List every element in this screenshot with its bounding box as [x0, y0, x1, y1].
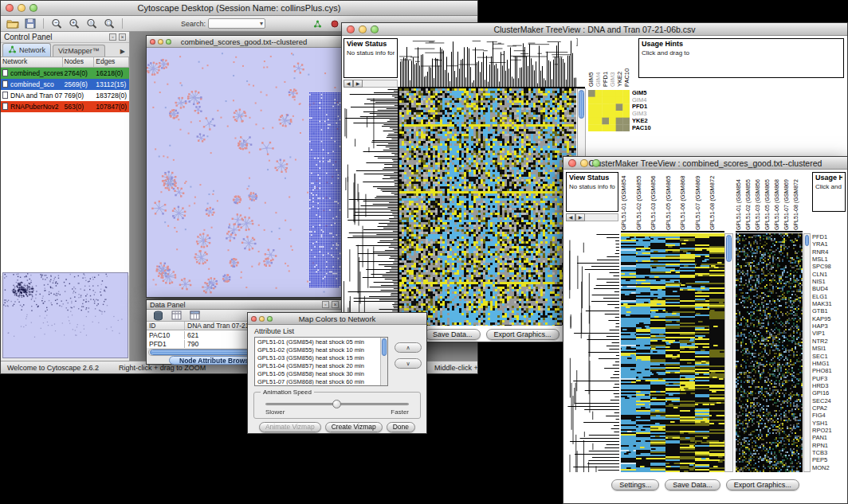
move-down-button[interactable]: ∨ — [395, 358, 422, 369]
network-row[interactable]: combined_scores2764(0)16218(0) — [1, 68, 129, 79]
column-gene-label[interactable]: GIM3 — [610, 37, 617, 87]
treeview1-titlebar[interactable]: ClusterMaker TreeView : DNA and Tran 07-… — [342, 23, 847, 36]
network-view-canvas[interactable] — [147, 48, 341, 297]
column-array-label[interactable]: GPL51-05 (GSM865 — [665, 171, 681, 230]
attribute-item[interactable]: GPL51-02 (GSM855) heat shock 10 min — [256, 346, 379, 354]
close-button[interactable] — [568, 159, 576, 167]
close-button[interactable] — [347, 25, 355, 33]
gene-label[interactable]: HAP3 — [812, 322, 847, 330]
column-array-label[interactable]: GPL51-01 (GSM854 — [621, 171, 636, 230]
move-up-button[interactable]: ∧ — [395, 342, 422, 353]
open-session-icon[interactable] — [6, 18, 20, 30]
minimize-button[interactable] — [259, 316, 265, 322]
scroll-right-icon[interactable]: ▶ — [575, 213, 585, 221]
gene-label[interactable]: PUF3 — [812, 375, 847, 382]
gene-label[interactable]: PEP5 — [812, 456, 847, 463]
gene-label[interactable]: TCB3 — [812, 449, 847, 456]
scrollbar-track[interactable] — [363, 80, 398, 88]
minimize-button[interactable] — [18, 4, 26, 12]
search-input[interactable]: ▾ — [208, 18, 265, 29]
network-view-titlebar[interactable]: combined_scores_good.txt--clustered — [147, 36, 341, 48]
close-button[interactable] — [6, 4, 14, 12]
gene-label[interactable]: SPC98 — [812, 263, 847, 270]
column-array-label[interactable]: GPL51-02 (GSM855 — [636, 171, 651, 230]
network-overview-thumbnail[interactable] — [2, 272, 128, 358]
save-data-button[interactable]: Save Data... — [665, 479, 720, 490]
gene-label[interactable]: NIS1 — [812, 278, 847, 285]
gene-label[interactable]: BUD4 — [812, 285, 847, 292]
gene-label[interactable]: FIG4 — [812, 412, 847, 419]
overview-array-label[interactable]: GPL51-08 (GSM872 — [793, 171, 803, 230]
dialog-titlebar[interactable]: Map Colors to Network — [248, 313, 426, 325]
float-panel-icon[interactable]: ▫ — [322, 301, 329, 308]
gene-label[interactable]: RPN1 — [812, 442, 847, 449]
scrollbar-thumb[interactable] — [382, 338, 387, 356]
gene-label[interactable]: MON2 — [812, 464, 847, 471]
column-gene-label[interactable]: PAC10 — [624, 37, 631, 87]
gene-label[interactable]: MSL1 — [812, 256, 847, 263]
gene-label[interactable]: YRA1 — [812, 240, 847, 248]
gene-label[interactable]: SEC24 — [812, 397, 847, 404]
gene-label[interactable]: VIP1 — [812, 330, 847, 337]
overview-array-label[interactable]: GPL51-01 (GSM854 — [736, 171, 745, 230]
gene-label[interactable]: CLN1 — [812, 271, 847, 278]
close-panel-icon[interactable]: × — [332, 301, 339, 308]
row-gene-label[interactable]: PAC10 — [632, 125, 661, 132]
column-header-edges[interactable]: Edges — [94, 57, 129, 67]
attribute-table-icon[interactable] — [169, 309, 183, 322]
zoom-fit-icon[interactable]: □ — [102, 18, 116, 30]
gene-label[interactable]: YSH1 — [812, 420, 847, 427]
tab-network[interactable]: Network — [2, 43, 51, 57]
gene-label[interactable]: PHO81 — [812, 367, 847, 374]
zoom-window-button[interactable] — [592, 159, 600, 167]
minimize-button[interactable] — [158, 39, 163, 45]
gene-label[interactable]: SEC1 — [812, 353, 847, 360]
zoom-window-button[interactable] — [29, 4, 37, 12]
attribute-item[interactable]: GPL51-01 (GSM854) heat shock 05 min — [256, 338, 379, 346]
overview-heatmap-canvas[interactable] — [736, 233, 803, 472]
network-overview-icon[interactable] — [310, 18, 324, 30]
column-header-nodes[interactable]: Nodes — [63, 57, 95, 67]
done-button[interactable]: Done — [387, 422, 415, 432]
save-data-button[interactable]: Save Data... — [425, 329, 481, 340]
column-gene-label[interactable]: GIM4 — [595, 37, 603, 87]
export-graphics-button[interactable]: Export Graphics... — [726, 479, 799, 490]
gene-label[interactable]: KAP95 — [812, 315, 847, 322]
row-dendrogram-canvas[interactable] — [564, 233, 619, 472]
scroll-right-icon[interactable]: ▶ — [353, 80, 363, 88]
zoom-window-button[interactable] — [371, 25, 379, 33]
overview-vscrollbar[interactable] — [803, 233, 811, 472]
animate-vizmap-button[interactable]: Animate Vizmap — [259, 422, 321, 432]
column-gene-label[interactable]: PFD1 — [603, 37, 610, 87]
treeview2-titlebar[interactable]: ClusterMaker TreeView : combined_scores_… — [563, 157, 847, 170]
scrollbar-thumb[interactable] — [726, 235, 732, 262]
tab-overflow-icon[interactable]: ▶ — [118, 46, 128, 57]
column-array-label[interactable]: GPL51-08 (GSM872 — [709, 171, 724, 230]
gene-label[interactable]: NTR2 — [812, 338, 847, 345]
main-titlebar[interactable]: Cytoscape Desktop (Session Name: collins… — [1, 1, 477, 16]
row-dendrogram-canvas[interactable] — [342, 88, 398, 326]
gene-label[interactable]: PAN1 — [812, 434, 847, 441]
gene-label[interactable]: RPO21 — [812, 427, 847, 434]
save-session-icon[interactable] — [23, 18, 37, 30]
animation-speed-slider[interactable] — [265, 403, 409, 405]
attribute-item[interactable]: GPL51-05 (GSM858) heat shock 30 min — [256, 370, 379, 378]
attribute-cylinder-icon[interactable] — [151, 309, 165, 322]
attribute-matrix-icon[interactable] — [187, 309, 202, 322]
scrollbar-track[interactable] — [585, 213, 618, 221]
network-row[interactable]: RNAPuberNov2563(0)107847(0) — [1, 101, 129, 112]
column-gene-label[interactable]: YKE2 — [617, 37, 624, 87]
scroll-left-icon[interactable]: ◀ — [344, 80, 353, 88]
network-row[interactable]: combined_sco2569(6)13112(15) — [1, 79, 129, 90]
settings-button[interactable]: Settings... — [611, 479, 659, 490]
attribute-item[interactable]: GPL51-07 (GSM868) heat shock 60 min — [256, 378, 379, 385]
scrollbar-thumb[interactable] — [579, 90, 584, 119]
summary-matrix-canvas[interactable] — [588, 90, 630, 131]
minimize-button[interactable] — [580, 159, 588, 167]
overview-array-label[interactable]: GPL51-06 (GSM868 — [774, 171, 783, 230]
column-array-label[interactable]: GPL51-03 (GSM856 — [650, 171, 665, 230]
overview-array-label[interactable]: GPL51-05 (GSM865 — [764, 171, 774, 230]
gene-label[interactable]: ELG1 — [812, 293, 847, 300]
gene-label[interactable]: PFD1 — [812, 233, 847, 240]
attribute-item[interactable]: GPL51-03 (GSM856) heat shock 15 min — [256, 354, 379, 362]
